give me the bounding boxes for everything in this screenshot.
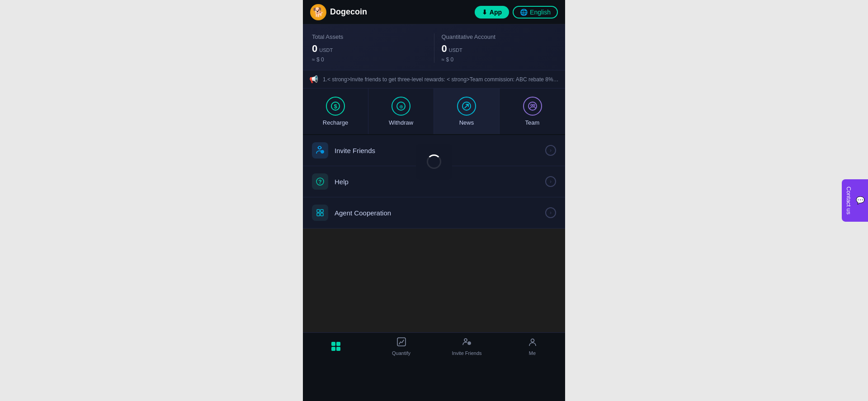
help-icon: ? [312, 173, 328, 190]
home-grid-icon [331, 342, 340, 351]
invite-nav-icon [462, 337, 472, 349]
app-name: Dogecoin [330, 7, 367, 17]
bottom-nav: Quantify Invite Friends Me [303, 332, 565, 359]
total-assets-block: Total Assets 0 USDT ≈ $ 0 [312, 33, 427, 63]
action-withdraw[interactable]: ⊕ Withdraw [368, 89, 434, 134]
loading-spinner [427, 154, 441, 169]
svg-rect-14 [317, 213, 320, 216]
megaphone-icon: 📢 [309, 75, 318, 84]
action-team[interactable]: Team [500, 89, 565, 134]
invite-nav-label: Invite Friends [452, 350, 481, 356]
agent-cooperation-arrow: › [545, 207, 556, 218]
help-arrow: › [545, 176, 556, 187]
assets-section: Total Assets 0 USDT ≈ $ 0 Quantitative A… [303, 24, 565, 70]
recharge-icon: $ [326, 97, 345, 116]
invite-friends-icon [312, 142, 328, 159]
news-label: News [459, 119, 474, 126]
svg-rect-15 [321, 213, 323, 216]
withdraw-icon: ⊕ [392, 97, 410, 116]
me-icon [528, 337, 538, 349]
news-icon [457, 97, 476, 116]
quantify-icon [396, 337, 406, 349]
header: 🐕 Dogecoin ⬇ App 🌐 English [303, 0, 565, 24]
announcement-text: 1.< strong>Invite friends to get three-l… [323, 76, 559, 83]
menu-item-agent-cooperation[interactable]: Agent Cooperation › [303, 197, 565, 228]
contact-us-button[interactable]: 💬 Contact us [842, 179, 868, 222]
svg-point-17 [464, 339, 467, 341]
quantify-label: Quantify [392, 350, 410, 356]
quant-assets-number: 0 [442, 43, 447, 55]
total-assets-usd: ≈ $ 0 [312, 56, 427, 63]
contact-icon: 💬 [856, 196, 864, 205]
total-assets-label: Total Assets [312, 33, 427, 40]
quant-account-block: Quantitative Account 0 USDT ≈ $ 0 [442, 33, 557, 63]
quant-assets-value: 0 USDT [442, 43, 557, 55]
quant-assets-unit: USDT [449, 47, 462, 53]
language-button[interactable]: 🌐 English [513, 6, 558, 19]
svg-point-8 [318, 146, 321, 149]
withdraw-label: Withdraw [389, 119, 413, 126]
total-assets-unit: USDT [319, 47, 333, 53]
content-area [303, 228, 565, 332]
svg-rect-13 [321, 210, 323, 212]
action-recharge[interactable]: $ Recharge [303, 89, 368, 134]
download-icon: ⬇ [482, 9, 487, 16]
team-icon [523, 97, 542, 116]
nav-invite-friends[interactable]: Invite Friends [434, 333, 500, 359]
app-container: 🐕 Dogecoin ⬇ App 🌐 English Total Assets … [303, 0, 565, 401]
quant-label: Quantitative Account [442, 33, 557, 40]
svg-point-7 [533, 104, 535, 106]
svg-point-19 [531, 339, 534, 342]
agent-cooperation-text: Agent Cooperation [335, 209, 539, 217]
globe-icon: 🌐 [520, 9, 528, 16]
total-assets-number: 0 [312, 43, 317, 55]
invite-friends-arrow: › [545, 145, 556, 156]
svg-text:$: $ [334, 103, 337, 110]
total-assets-value: 0 USDT [312, 43, 427, 55]
app-button[interactable]: ⬇ App [475, 6, 509, 19]
header-buttons: ⬇ App 🌐 English [475, 6, 558, 19]
svg-point-5 [528, 102, 537, 110]
me-label: Me [529, 350, 536, 356]
logo-area: 🐕 Dogecoin [310, 4, 367, 20]
agent-icon [312, 205, 328, 221]
contact-us-label: Contact us [845, 187, 852, 214]
loading-overlay [416, 144, 452, 180]
logo-icon: 🐕 [310, 4, 326, 20]
svg-rect-12 [317, 210, 320, 212]
team-label: Team [525, 119, 540, 126]
svg-rect-16 [397, 338, 406, 346]
svg-text:?: ? [318, 179, 321, 185]
svg-point-6 [531, 104, 533, 106]
asset-divider [434, 33, 434, 63]
nav-quantify[interactable]: Quantify [368, 333, 434, 359]
recharge-label: Recharge [323, 119, 348, 126]
quant-assets-usd: ≈ $ 0 [442, 56, 557, 63]
nav-home[interactable] [303, 333, 368, 359]
announcement-bar: 📢 1.< strong>Invite friends to get three… [303, 70, 565, 88]
action-news[interactable]: News [434, 89, 500, 134]
svg-text:⊕: ⊕ [399, 104, 403, 109]
nav-me[interactable]: Me [500, 333, 565, 359]
quick-actions-grid: $ Recharge ⊕ Withdraw News [303, 88, 565, 134]
